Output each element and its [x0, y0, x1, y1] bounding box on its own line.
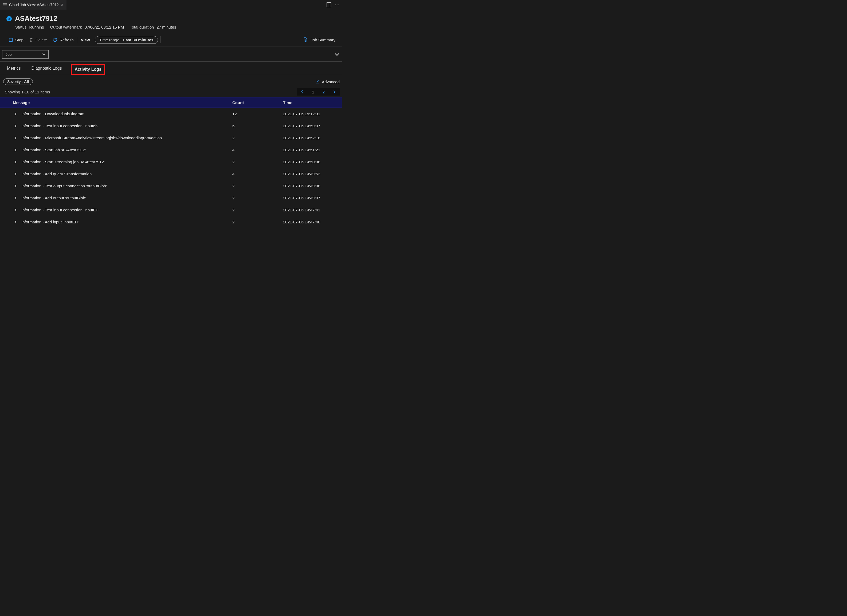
- table-row[interactable]: Information - Start streaming job 'ASAte…: [0, 156, 342, 168]
- status-label: Status: [15, 25, 27, 29]
- table-row[interactable]: Information - Add input 'inputEH'22021-0…: [0, 216, 342, 228]
- collapse-chevron-icon[interactable]: [334, 53, 339, 56]
- row-time: 2021-07-06 14:49:53: [283, 172, 342, 176]
- table-row[interactable]: Information - Test input connection 'inp…: [0, 120, 342, 132]
- row-message: Information - Test input connection 'inp…: [21, 208, 99, 212]
- expand-chevron-icon[interactable]: [13, 124, 18, 128]
- row-count: 2: [232, 220, 283, 224]
- expand-chevron-icon[interactable]: [13, 148, 18, 152]
- table-row[interactable]: Information - Microsoft.StreamAnalytics/…: [0, 132, 342, 144]
- expand-chevron-icon[interactable]: [13, 196, 18, 200]
- watermark-value: 07/06/21 03:12:15 PM: [85, 25, 124, 29]
- row-message: Information - Start job 'ASAtest7912': [21, 147, 86, 152]
- subtabs: Metrics Diagnostic Logs Activity Logs: [0, 62, 342, 74]
- stop-icon: [9, 38, 13, 42]
- status-value: Running: [30, 25, 44, 29]
- table-row[interactable]: Information - Start job 'ASAtest7912'420…: [0, 144, 342, 156]
- more-icon[interactable]: [335, 4, 339, 5]
- job-summary-label: Job Summary: [311, 38, 335, 42]
- showing-text: Showing 1-10 of 11 items: [5, 90, 50, 94]
- pager-page-2[interactable]: 2: [318, 88, 329, 96]
- row-message: Information - Test input connection 'inp…: [21, 124, 98, 128]
- table-row[interactable]: Information - Test input connection 'inp…: [0, 204, 342, 216]
- table-row[interactable]: Information - Add output 'outputBlob'220…: [0, 192, 342, 204]
- table-header: Message Count Time: [0, 97, 342, 108]
- row-count: 4: [232, 172, 283, 176]
- chevron-down-icon: [42, 53, 46, 56]
- trash-icon: [29, 37, 33, 43]
- expand-chevron-icon[interactable]: [13, 220, 18, 224]
- svg-rect-2: [9, 38, 13, 41]
- row-time: 2021-07-06 14:49:08: [283, 184, 342, 188]
- row-message: Information - Start streaming job 'ASAte…: [21, 160, 105, 164]
- row-time: 2021-07-06 14:47:40: [283, 220, 342, 224]
- pager-page-1[interactable]: 1: [308, 88, 318, 96]
- job-summary-button[interactable]: Job Summary: [303, 37, 335, 43]
- header-time[interactable]: Time: [283, 100, 342, 105]
- expand-chevron-icon[interactable]: [13, 160, 18, 164]
- header-count[interactable]: Count: [232, 100, 283, 105]
- row-message: Information - Test output connection 'ou…: [21, 184, 107, 188]
- list-icon: [3, 3, 7, 6]
- row-count: 12: [232, 112, 283, 116]
- expand-chevron-icon[interactable]: [13, 184, 18, 188]
- editor-tab[interactable]: Cloud Job View: ASAtest7912 ×: [0, 0, 66, 10]
- table-row[interactable]: Information - DownloadJobDiagram122021-0…: [0, 108, 342, 120]
- row-time: 2021-07-06 14:50:08: [283, 160, 342, 164]
- chevron-left-icon: [301, 90, 304, 94]
- pager: 1 2: [297, 88, 339, 96]
- scope-row: Job: [0, 46, 342, 62]
- tab-metrics[interactable]: Metrics: [5, 63, 22, 74]
- separator: [160, 36, 161, 43]
- row-count: 2: [232, 208, 283, 212]
- split-panel-icon[interactable]: [326, 2, 331, 7]
- expand-chevron-icon[interactable]: [13, 112, 18, 116]
- row-time: 2021-07-06 14:52:18: [283, 136, 342, 140]
- toolbar: Stop Delete Refresh View Time range : La…: [0, 33, 342, 46]
- row-message: Information - Add output 'outputBlob': [21, 196, 86, 200]
- refresh-button[interactable]: Refresh: [50, 36, 76, 44]
- view-label: View: [77, 37, 94, 43]
- duration-value: 27 minutes: [156, 25, 176, 29]
- scope-value: Job: [6, 52, 12, 57]
- close-icon[interactable]: ×: [61, 3, 63, 7]
- header-message[interactable]: Message: [0, 100, 232, 105]
- row-time: 2021-07-06 14:59:07: [283, 124, 342, 128]
- row-time: 2021-07-06 15:12:31: [283, 112, 342, 116]
- severity-value: All: [24, 80, 29, 84]
- row-count: 2: [232, 184, 283, 188]
- expand-chevron-icon[interactable]: [13, 136, 18, 140]
- time-range-value: Last 30 minutes: [123, 38, 153, 42]
- time-range-pill[interactable]: Time range : Last 30 minutes: [95, 36, 158, 44]
- job-title: ASAtest7912: [15, 15, 58, 23]
- scope-dropdown[interactable]: Job: [2, 50, 49, 59]
- job-icon: [6, 16, 12, 21]
- row-count: 2: [232, 136, 283, 140]
- refresh-label: Refresh: [59, 38, 74, 42]
- row-message: Information - DownloadJobDiagram: [21, 112, 84, 116]
- delete-button[interactable]: Delete: [27, 36, 49, 44]
- stop-button[interactable]: Stop: [6, 37, 26, 43]
- row-message: Information - Add input 'inputEH': [21, 220, 78, 224]
- tab-diagnostic-logs[interactable]: Diagnostic Logs: [30, 63, 63, 74]
- table-row[interactable]: Information - Test output connection 'ou…: [0, 180, 342, 192]
- severity-pill[interactable]: Severity : All: [3, 78, 33, 85]
- expand-chevron-icon[interactable]: [13, 208, 18, 212]
- table-row[interactable]: Information - Add query 'Transformation'…: [0, 168, 342, 180]
- tab-title: Cloud Job View: ASAtest7912: [9, 3, 59, 7]
- duration-label: Total duration: [130, 25, 154, 29]
- row-count: 2: [232, 160, 283, 164]
- row-message: Information - Add query 'Transformation': [21, 172, 92, 176]
- pager-prev[interactable]: [297, 88, 308, 96]
- expand-chevron-icon[interactable]: [13, 172, 18, 176]
- row-count: 4: [232, 147, 283, 152]
- svg-point-1: [9, 18, 9, 19]
- pager-next[interactable]: [329, 88, 339, 96]
- advanced-button[interactable]: Advanced: [315, 80, 339, 84]
- job-header: ASAtest7912 Status Running Output waterm…: [0, 10, 342, 33]
- external-link-icon: [315, 80, 320, 84]
- pager-row: Showing 1-10 of 11 items 1 2: [0, 87, 342, 97]
- row-message: Information - Microsoft.StreamAnalytics/…: [21, 136, 162, 140]
- tab-activity-logs[interactable]: Activity Logs: [71, 64, 105, 75]
- row-time: 2021-07-06 14:47:41: [283, 208, 342, 212]
